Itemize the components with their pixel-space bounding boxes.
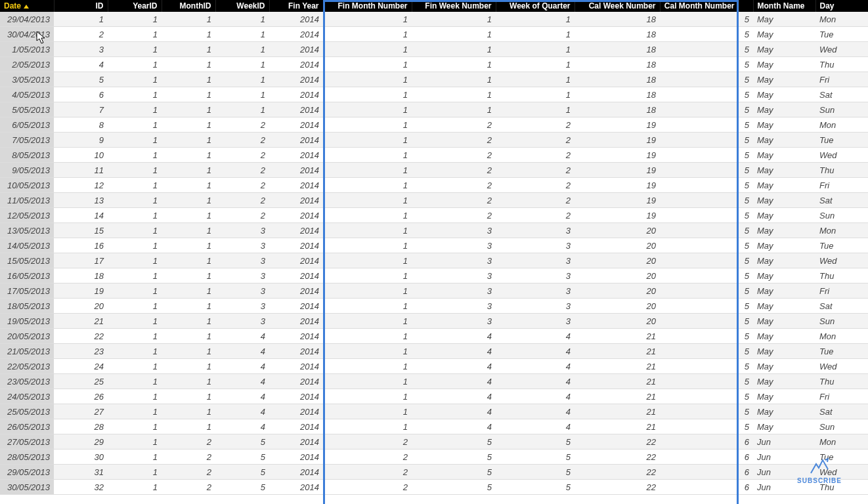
cell-finyear[interactable]: 2014 bbox=[269, 163, 323, 178]
cell-date[interactable]: 26/05/2013 bbox=[0, 419, 54, 434]
col-header-finyear[interactable]: Fin Year bbox=[269, 0, 323, 12]
cell-calmonth[interactable] bbox=[660, 57, 739, 72]
cell-finmonth[interactable]: 2 bbox=[323, 450, 412, 465]
cell-hidden[interactable]: 5 bbox=[739, 148, 753, 163]
cell-day[interactable]: Mon bbox=[815, 12, 868, 27]
cell-finweek[interactable]: 5 bbox=[412, 465, 496, 480]
cell-monthname[interactable]: May bbox=[753, 344, 815, 359]
cell-calmonth[interactable] bbox=[660, 419, 739, 434]
table-row[interactable]: 22/05/2013241142014144215MayWed bbox=[0, 359, 868, 374]
cell-yearid[interactable]: 1 bbox=[108, 223, 162, 238]
cell-finmonth[interactable]: 2 bbox=[323, 434, 412, 450]
cell-woq[interactable]: 4 bbox=[496, 374, 575, 389]
cell-day[interactable]: Tue bbox=[815, 450, 868, 465]
cell-date[interactable]: 10/05/2013 bbox=[0, 178, 54, 193]
cell-day[interactable]: Wed bbox=[815, 253, 868, 268]
cell-calweek[interactable]: 21 bbox=[575, 419, 660, 434]
cell-woq[interactable]: 3 bbox=[496, 299, 575, 314]
cell-calweek[interactable]: 18 bbox=[575, 12, 660, 27]
cell-weekid[interactable]: 2 bbox=[215, 148, 269, 163]
cell-day[interactable]: Mon bbox=[815, 223, 868, 238]
cell-yearid[interactable]: 1 bbox=[108, 450, 162, 465]
cell-weekid[interactable]: 1 bbox=[215, 42, 269, 57]
cell-yearid[interactable]: 1 bbox=[108, 178, 162, 193]
cell-finweek[interactable]: 4 bbox=[412, 329, 496, 344]
col-header-truncated[interactable] bbox=[739, 0, 753, 12]
cell-id[interactable]: 15 bbox=[54, 223, 108, 238]
col-header-calmonth[interactable]: Cal Month Number bbox=[660, 0, 739, 12]
table-row[interactable]: 1/05/201331112014111185MayWed bbox=[0, 42, 868, 57]
cell-finmonth[interactable]: 1 bbox=[323, 42, 412, 57]
cell-monthname[interactable]: May bbox=[753, 374, 815, 389]
cell-finyear[interactable]: 2014 bbox=[269, 359, 323, 374]
cell-date[interactable]: 16/05/2013 bbox=[0, 268, 54, 284]
cell-monthid[interactable]: 1 bbox=[162, 344, 215, 359]
cell-yearid[interactable]: 1 bbox=[108, 57, 162, 72]
cell-id[interactable]: 31 bbox=[54, 465, 108, 480]
cell-day[interactable]: Wed bbox=[815, 465, 868, 480]
cell-id[interactable]: 21 bbox=[54, 314, 108, 329]
cell-calmonth[interactable] bbox=[660, 148, 739, 163]
table-row[interactable]: 19/05/2013211132014133205MaySun bbox=[0, 314, 868, 329]
cell-woq[interactable]: 2 bbox=[496, 148, 575, 163]
cell-monthid[interactable]: 1 bbox=[162, 238, 215, 253]
table-row[interactable]: 13/05/2013151132014133205MayMon bbox=[0, 223, 868, 238]
cell-date[interactable]: 11/05/2013 bbox=[0, 193, 54, 208]
cell-monthname[interactable]: May bbox=[753, 148, 815, 163]
table-row[interactable]: 14/05/2013161132014133205MayTue bbox=[0, 238, 868, 253]
cell-monthid[interactable]: 1 bbox=[162, 163, 215, 178]
cell-monthid[interactable]: 1 bbox=[162, 208, 215, 223]
cell-finyear[interactable]: 2014 bbox=[269, 465, 323, 480]
cell-finweek[interactable]: 4 bbox=[412, 404, 496, 419]
cell-calmonth[interactable] bbox=[660, 450, 739, 465]
cell-date[interactable]: 3/05/2013 bbox=[0, 72, 54, 87]
cell-calmonth[interactable] bbox=[660, 314, 739, 329]
cell-weekid[interactable]: 3 bbox=[215, 284, 269, 299]
cell-finmonth[interactable]: 1 bbox=[323, 148, 412, 163]
cell-calweek[interactable]: 22 bbox=[575, 465, 660, 480]
cell-finweek[interactable]: 3 bbox=[412, 238, 496, 253]
cell-finyear[interactable]: 2014 bbox=[269, 87, 323, 102]
table-row[interactable]: 27/05/2013291252014255226JunMon bbox=[0, 434, 868, 450]
cell-calweek[interactable]: 19 bbox=[575, 178, 660, 193]
cell-weekid[interactable]: 2 bbox=[215, 208, 269, 223]
cell-id[interactable]: 17 bbox=[54, 253, 108, 268]
cell-monthname[interactable]: Jun bbox=[753, 450, 815, 465]
cell-finweek[interactable]: 4 bbox=[412, 419, 496, 434]
cell-finyear[interactable]: 2014 bbox=[269, 268, 323, 284]
cell-finmonth[interactable]: 1 bbox=[323, 314, 412, 329]
cell-calmonth[interactable] bbox=[660, 404, 739, 419]
cell-date[interactable]: 20/05/2013 bbox=[0, 329, 54, 344]
cell-weekid[interactable]: 4 bbox=[215, 389, 269, 404]
cell-finyear[interactable]: 2014 bbox=[269, 72, 323, 87]
cell-weekid[interactable]: 2 bbox=[215, 117, 269, 133]
cell-monthname[interactable]: May bbox=[753, 284, 815, 299]
cell-day[interactable]: Tue bbox=[815, 344, 868, 359]
cell-day[interactable]: Sat bbox=[815, 193, 868, 208]
cell-monthname[interactable]: May bbox=[753, 268, 815, 284]
cell-monthname[interactable]: May bbox=[753, 57, 815, 72]
cell-calmonth[interactable] bbox=[660, 344, 739, 359]
cell-woq[interactable]: 4 bbox=[496, 329, 575, 344]
cell-hidden[interactable]: 5 bbox=[739, 12, 753, 27]
col-header-calweek[interactable]: Cal Week Number bbox=[575, 0, 660, 12]
cell-finmonth[interactable]: 1 bbox=[323, 178, 412, 193]
cell-id[interactable]: 7 bbox=[54, 102, 108, 117]
cell-woq[interactable]: 1 bbox=[496, 12, 575, 27]
cell-woq[interactable]: 3 bbox=[496, 253, 575, 268]
cell-finmonth[interactable]: 1 bbox=[323, 163, 412, 178]
cell-id[interactable]: 26 bbox=[54, 389, 108, 404]
cell-woq[interactable]: 4 bbox=[496, 404, 575, 419]
cell-calmonth[interactable] bbox=[660, 223, 739, 238]
cell-calweek[interactable]: 18 bbox=[575, 42, 660, 57]
cell-monthid[interactable]: 2 bbox=[162, 480, 215, 495]
cell-yearid[interactable]: 1 bbox=[108, 253, 162, 268]
cell-finmonth[interactable]: 1 bbox=[323, 344, 412, 359]
cell-calweek[interactable]: 22 bbox=[575, 480, 660, 495]
cell-yearid[interactable]: 1 bbox=[108, 419, 162, 434]
cell-monthname[interactable]: May bbox=[753, 72, 815, 87]
cell-weekid[interactable]: 3 bbox=[215, 314, 269, 329]
cell-finweek[interactable]: 2 bbox=[412, 133, 496, 148]
cell-day[interactable]: Sun bbox=[815, 419, 868, 434]
cell-date[interactable]: 5/05/2013 bbox=[0, 102, 54, 117]
